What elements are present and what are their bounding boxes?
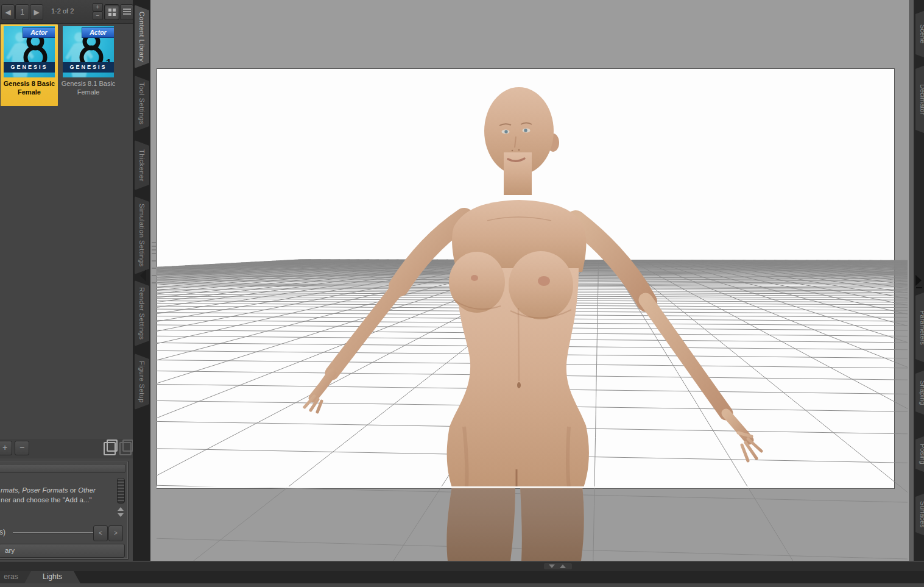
left-tab-strip: Content Library Tool Settings Thickener … <box>133 0 150 587</box>
scrollbar-thumb[interactable] <box>117 478 125 503</box>
tab-shaping[interactable]: Shaping <box>915 368 924 417</box>
remove-button[interactable]: − <box>15 441 29 455</box>
figure-left-arm <box>305 218 464 412</box>
next-page-button[interactable]: ▶ <box>30 4 43 20</box>
bottom-tab-row: eras Lights <box>0 571 924 583</box>
tab-figure-setup[interactable]: Figure Setup <box>135 354 149 410</box>
tab-render-settings[interactable]: Render Settings <box>135 280 149 346</box>
genesis-band: GENESIS <box>63 62 114 73</box>
scroll-down-icon[interactable] <box>118 513 124 517</box>
scroll-up-icon[interactable] <box>118 507 124 511</box>
content-library-panel: ◀ 1 ▶ 1-2 of 2 + − Actor GENESIS <box>0 0 133 561</box>
add-button[interactable]: + <box>0 441 12 455</box>
collapse-down-icon <box>549 564 555 568</box>
library-action-button[interactable]: ary <box>0 544 125 558</box>
slider-label: s) <box>0 528 5 536</box>
right-tab-strip: Scene Decimator Parameters Shaping Posin… <box>914 0 924 587</box>
right-pane-expand-icon[interactable] <box>914 273 923 289</box>
list-view-icon <box>123 9 131 16</box>
prev-page-button[interactable]: ◀ <box>1 4 15 20</box>
tab-decimator[interactable]: Decimator <box>915 63 924 135</box>
page-range-label: 1-2 of 2 <box>51 7 74 15</box>
figure-dim-overlay <box>426 488 609 561</box>
paste-page-icon[interactable] <box>119 442 132 455</box>
actor-badge: Actor <box>23 27 55 38</box>
tab-content-library[interactable]: Content Library <box>135 5 149 68</box>
actor-badge: Actor <box>82 27 114 38</box>
slider-track[interactable] <box>13 532 95 533</box>
list-view-button[interactable] <box>120 4 133 20</box>
expand-up-icon <box>560 564 566 568</box>
viewport-3d[interactable]: Perspective View Front <box>150 0 909 561</box>
grid-view-icon <box>108 9 116 16</box>
figure-genesis8-female[interactable] <box>150 0 909 561</box>
tab-surfaces[interactable]: Surfaces <box>915 491 924 538</box>
tab-simulation-settings[interactable]: Simulation Settings <box>135 196 149 274</box>
tab-scene[interactable]: Scene <box>915 9 924 60</box>
splitter-handle[interactable] <box>544 563 572 569</box>
slider-next-button[interactable]: > <box>108 525 123 541</box>
slider-prev-button[interactable]: < <box>93 525 108 541</box>
right-arrow-icon: ▶ <box>34 8 39 16</box>
pane-grip[interactable] <box>152 243 156 283</box>
tab-lights[interactable]: Lights <box>24 571 80 583</box>
genesis-band: GENESIS <box>4 62 55 73</box>
horizontal-splitter[interactable] <box>0 561 924 572</box>
content-hint-panel: rmats, Poser Formats or Other ner and ch… <box>0 461 128 559</box>
hint-scrollbar[interactable] <box>116 478 124 523</box>
genesis8-thumbnail: Actor GENESIS <box>4 26 55 77</box>
tab-parameters[interactable]: Parameters <box>915 290 924 365</box>
hint-panel-header[interactable] <box>0 464 125 473</box>
grid-view-button[interactable] <box>104 4 119 20</box>
library-item-genesis8[interactable]: Actor GENESIS Genesis 8 BasicFemale <box>1 24 58 106</box>
thumb-size-increase-button[interactable]: + <box>93 3 103 12</box>
hint-text: rmats, Poser Formats or Other ner and ch… <box>1 485 113 505</box>
figure-right-arm <box>576 221 761 461</box>
tab-thickener[interactable]: Thickener <box>135 140 149 190</box>
library-pager-bar: ◀ 1 ▶ 1-2 of 2 + − <box>0 0 133 24</box>
page-number-field[interactable]: 1 <box>15 4 29 20</box>
thumb-size-decrease-button[interactable]: − <box>93 12 103 20</box>
left-arrow-icon: ◀ <box>5 8 10 16</box>
hint-slider-row: s) < > <box>0 524 124 541</box>
left-pane-collapse-icon[interactable] <box>138 268 149 283</box>
library-bottom-toolbar: + − <box>0 439 133 458</box>
tab-posing[interactable]: Posing <box>915 434 924 474</box>
library-item-label: Genesis 8 BasicFemale <box>1 79 58 96</box>
library-item-genesis81[interactable]: .1 Actor GENESIS Genesis 8.1 BasicFemale <box>60 24 117 106</box>
backdrop-bottom-line <box>157 486 894 488</box>
window-bottom-strip <box>0 583 924 587</box>
figure-body[interactable] <box>305 87 761 561</box>
tab-tool-settings[interactable]: Tool Settings <box>135 76 149 132</box>
genesis81-thumbnail: .1 Actor GENESIS <box>63 26 114 77</box>
copy-pages-icon[interactable] <box>104 442 116 455</box>
library-item-label: Genesis 8.1 BasicFemale <box>60 79 117 96</box>
